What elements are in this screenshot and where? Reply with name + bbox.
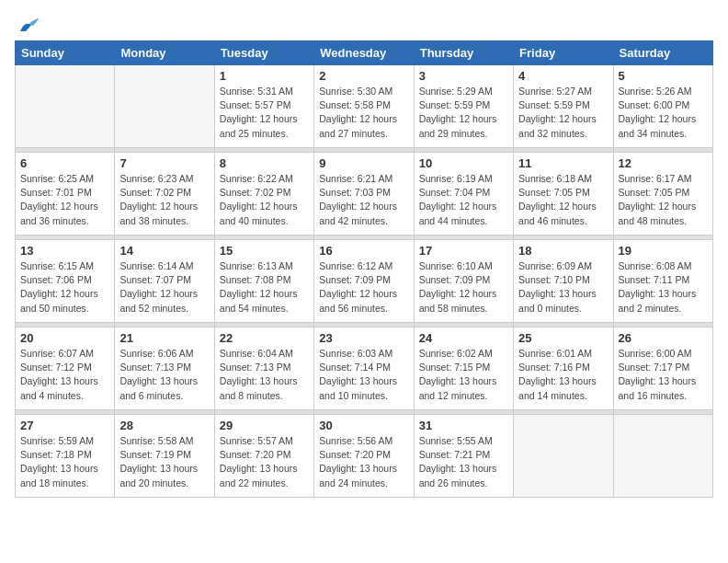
- day-number: 12: [619, 156, 708, 170]
- calendar-cell: 2Sunrise: 5:30 AMSunset: 5:58 PMDaylight…: [314, 65, 414, 148]
- day-number: 14: [119, 244, 209, 258]
- calendar-cell: 23Sunrise: 6:03 AMSunset: 7:14 PMDayligh…: [314, 327, 414, 410]
- day-number: 28: [119, 419, 209, 432]
- day-info: Sunrise: 6:09 AMSunset: 7:10 PMDaylight:…: [518, 259, 608, 316]
- logo: [15, 15, 42, 35]
- day-number: 11: [518, 156, 608, 170]
- page-header: [15, 15, 713, 35]
- day-info: Sunrise: 5:59 AMSunset: 7:18 PMDaylight:…: [20, 434, 109, 490]
- day-number: 25: [518, 331, 608, 345]
- calendar-cell: 11Sunrise: 6:18 AMSunset: 7:05 PMDayligh…: [514, 153, 613, 236]
- calendar-cell: 25Sunrise: 6:01 AMSunset: 7:16 PMDayligh…: [514, 327, 613, 410]
- calendar-cell: 22Sunrise: 6:04 AMSunset: 7:13 PMDayligh…: [214, 327, 313, 410]
- weekday-header-wednesday: Wednesday: [314, 41, 414, 65]
- day-info: Sunrise: 6:01 AMSunset: 7:16 PMDaylight:…: [518, 347, 608, 403]
- day-number: 21: [119, 331, 209, 345]
- day-info: Sunrise: 5:56 AMSunset: 7:20 PMDaylight:…: [319, 434, 408, 490]
- day-number: 13: [20, 244, 109, 258]
- day-info: Sunrise: 6:21 AMSunset: 7:03 PMDaylight:…: [319, 172, 408, 228]
- day-number: 31: [419, 419, 508, 432]
- day-info: Sunrise: 5:57 AMSunset: 7:20 PMDaylight:…: [220, 434, 309, 490]
- weekday-header-monday: Monday: [115, 41, 214, 65]
- day-number: 30: [319, 419, 408, 432]
- day-info: Sunrise: 6:17 AMSunset: 7:05 PMDaylight:…: [619, 172, 708, 228]
- day-info: Sunrise: 5:31 AMSunset: 5:57 PMDaylight:…: [220, 85, 309, 141]
- day-info: Sunrise: 6:00 AMSunset: 7:17 PMDaylight:…: [619, 347, 708, 403]
- calendar-cell: 16Sunrise: 6:12 AMSunset: 7:09 PMDayligh…: [314, 240, 414, 323]
- day-info: Sunrise: 6:22 AMSunset: 7:02 PMDaylight:…: [220, 172, 309, 228]
- calendar-cell: 3Sunrise: 5:29 AMSunset: 5:59 PMDaylight…: [414, 65, 513, 148]
- calendar-cell: [16, 65, 115, 148]
- day-info: Sunrise: 6:12 AMSunset: 7:09 PMDaylight:…: [319, 259, 408, 316]
- day-info: Sunrise: 6:13 AMSunset: 7:08 PMDaylight:…: [220, 259, 309, 316]
- calendar-cell: 6Sunrise: 6:25 AMSunset: 7:01 PMDaylight…: [16, 153, 115, 236]
- day-info: Sunrise: 6:23 AMSunset: 7:02 PMDaylight:…: [119, 172, 209, 228]
- day-info: Sunrise: 5:26 AMSunset: 6:00 PMDaylight:…: [619, 85, 708, 141]
- day-number: 18: [518, 244, 608, 258]
- day-info: Sunrise: 5:58 AMSunset: 7:19 PMDaylight:…: [119, 434, 209, 490]
- day-number: 20: [20, 331, 109, 345]
- calendar-week-row: 27Sunrise: 5:59 AMSunset: 7:18 PMDayligh…: [16, 415, 713, 498]
- calendar-cell: [115, 65, 214, 148]
- day-info: Sunrise: 6:25 AMSunset: 7:01 PMDaylight:…: [20, 172, 109, 228]
- calendar-cell: 20Sunrise: 6:07 AMSunset: 7:12 PMDayligh…: [16, 327, 115, 410]
- calendar-week-row: 20Sunrise: 6:07 AMSunset: 7:12 PMDayligh…: [16, 327, 713, 410]
- day-number: 8: [220, 156, 309, 170]
- calendar-cell: 29Sunrise: 5:57 AMSunset: 7:20 PMDayligh…: [214, 415, 313, 498]
- day-number: 6: [20, 156, 109, 170]
- day-number: 19: [619, 244, 708, 258]
- calendar-cell: [613, 415, 712, 498]
- calendar-cell: 26Sunrise: 6:00 AMSunset: 7:17 PMDayligh…: [613, 327, 712, 410]
- weekday-header-thursday: Thursday: [414, 41, 513, 65]
- day-number: 3: [419, 69, 508, 83]
- calendar-cell: 30Sunrise: 5:56 AMSunset: 7:20 PMDayligh…: [314, 415, 414, 498]
- day-info: Sunrise: 6:03 AMSunset: 7:14 PMDaylight:…: [319, 347, 408, 403]
- weekday-header-friday: Friday: [514, 41, 613, 65]
- weekday-header-sunday: Sunday: [16, 41, 115, 65]
- day-number: 22: [220, 331, 309, 345]
- day-number: 16: [319, 244, 408, 258]
- day-number: 26: [619, 331, 708, 345]
- calendar-cell: 4Sunrise: 5:27 AMSunset: 5:59 PMDaylight…: [514, 65, 613, 148]
- day-info: Sunrise: 5:55 AMSunset: 7:21 PMDaylight:…: [419, 434, 508, 490]
- calendar-cell: 13Sunrise: 6:15 AMSunset: 7:06 PMDayligh…: [16, 240, 115, 323]
- day-number: 17: [419, 244, 508, 258]
- day-number: 23: [319, 331, 408, 345]
- day-number: 4: [518, 69, 608, 83]
- weekday-header-tuesday: Tuesday: [214, 41, 313, 65]
- day-info: Sunrise: 5:27 AMSunset: 5:59 PMDaylight:…: [518, 85, 608, 141]
- logo-bird-icon: [17, 15, 42, 35]
- day-number: 29: [220, 419, 309, 432]
- day-info: Sunrise: 6:15 AMSunset: 7:06 PMDaylight:…: [20, 259, 109, 316]
- day-info: Sunrise: 6:04 AMSunset: 7:13 PMDaylight:…: [220, 347, 309, 403]
- day-info: Sunrise: 5:29 AMSunset: 5:59 PMDaylight:…: [419, 85, 508, 141]
- calendar-week-row: 6Sunrise: 6:25 AMSunset: 7:01 PMDaylight…: [16, 153, 713, 236]
- day-info: Sunrise: 6:08 AMSunset: 7:11 PMDaylight:…: [619, 259, 708, 316]
- day-info: Sunrise: 6:02 AMSunset: 7:15 PMDaylight:…: [419, 347, 508, 403]
- calendar-cell: 24Sunrise: 6:02 AMSunset: 7:15 PMDayligh…: [414, 327, 513, 410]
- calendar-cell: 10Sunrise: 6:19 AMSunset: 7:04 PMDayligh…: [414, 153, 513, 236]
- weekday-header-saturday: Saturday: [613, 41, 712, 65]
- calendar-table: SundayMondayTuesdayWednesdayThursdayFrid…: [15, 40, 713, 498]
- calendar-cell: 19Sunrise: 6:08 AMSunset: 7:11 PMDayligh…: [613, 240, 712, 323]
- day-number: 15: [220, 244, 309, 258]
- day-number: 7: [119, 156, 209, 170]
- calendar-week-row: 1Sunrise: 5:31 AMSunset: 5:57 PMDaylight…: [16, 65, 713, 148]
- calendar-cell: 14Sunrise: 6:14 AMSunset: 7:07 PMDayligh…: [115, 240, 214, 323]
- calendar-cell: 12Sunrise: 6:17 AMSunset: 7:05 PMDayligh…: [613, 153, 712, 236]
- calendar-week-row: 13Sunrise: 6:15 AMSunset: 7:06 PMDayligh…: [16, 240, 713, 323]
- day-info: Sunrise: 6:19 AMSunset: 7:04 PMDaylight:…: [419, 172, 508, 228]
- calendar-cell: 21Sunrise: 6:06 AMSunset: 7:13 PMDayligh…: [115, 327, 214, 410]
- day-number: 9: [319, 156, 408, 170]
- day-number: 1: [220, 69, 309, 83]
- calendar-cell: [514, 415, 613, 498]
- day-number: 10: [419, 156, 508, 170]
- day-info: Sunrise: 6:06 AMSunset: 7:13 PMDaylight:…: [119, 347, 209, 403]
- calendar-cell: 31Sunrise: 5:55 AMSunset: 7:21 PMDayligh…: [414, 415, 513, 498]
- calendar-cell: 15Sunrise: 6:13 AMSunset: 7:08 PMDayligh…: [214, 240, 313, 323]
- day-number: 24: [419, 331, 508, 345]
- day-number: 27: [20, 419, 109, 432]
- day-info: Sunrise: 6:10 AMSunset: 7:09 PMDaylight:…: [419, 259, 508, 316]
- day-number: 5: [619, 69, 708, 83]
- day-info: Sunrise: 6:18 AMSunset: 7:05 PMDaylight:…: [518, 172, 608, 228]
